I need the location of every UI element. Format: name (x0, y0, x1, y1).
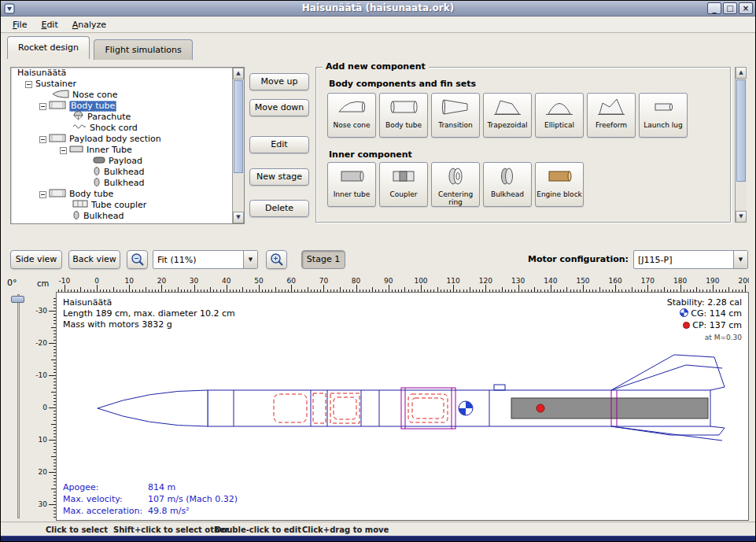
body-tube-icon (49, 101, 66, 112)
nose-cone-outline[interactable] (98, 390, 208, 426)
rocket-figure-canvas[interactable]: Haisunäätä Length 189 cm, max. diameter … (56, 292, 749, 521)
nose-cone-icon (52, 90, 69, 101)
tab-flight-simulations[interactable]: Flight simulations (94, 39, 192, 60)
mach-condition: at M=0.30 (667, 332, 742, 343)
body-components-label: Body components and fin sets (329, 79, 476, 89)
titlebar[interactable]: Haisunäätä (haisunaata.ork) _ □ × (1, 1, 755, 17)
close-button[interactable]: × (739, 2, 753, 14)
add-nose-cone-button[interactable]: Nose cone (327, 93, 376, 138)
rotation-slider-track[interactable] (17, 294, 20, 518)
trapezoidal-fin-icon (493, 97, 522, 120)
minimize-button[interactable]: _ (707, 2, 721, 14)
zoom-in-icon (270, 259, 284, 269)
launch-lug-outline[interactable] (494, 385, 505, 390)
cp-value: CP: 137 cm (692, 320, 742, 330)
add-inner-tube-button[interactable]: Inner tube (327, 162, 376, 207)
delete-button[interactable]: Delete (249, 200, 309, 217)
parachute-icon (72, 111, 84, 124)
maximize-button[interactable]: □ (723, 2, 737, 14)
add-body-tube-button[interactable]: Body tube (379, 93, 428, 138)
tree-scrollbar[interactable]: ▲ ▼ (232, 68, 244, 223)
add-transition-button[interactable]: Transition (431, 93, 480, 138)
cp-marker-icon (683, 321, 690, 331)
zoom-select[interactable]: Fit (11%) ▼ (153, 250, 258, 269)
bulkhead-icon (93, 178, 101, 190)
edit-button[interactable]: Edit (249, 136, 309, 153)
zoom-in-button[interactable] (266, 250, 287, 269)
shock-cord-icon (72, 123, 87, 134)
rocket-info: Haisunäätä Length 189 cm, max. diameter … (63, 297, 235, 330)
tree-item-rocket[interactable]: Haisunäätä (11, 68, 244, 79)
menubar: File Edit Analyze (1, 17, 755, 33)
add-freeform-fin-button[interactable]: Freeform (587, 93, 636, 138)
tree-item-sustainer[interactable]: Sustainer (11, 79, 244, 90)
tree-item-bulkhead[interactable]: Bulkhead (11, 211, 244, 222)
chevron-down-icon[interactable]: ▼ (243, 251, 257, 268)
zoom-out-button[interactable] (127, 250, 148, 269)
tree-item-shock-cord[interactable]: Shock cord (11, 123, 244, 134)
chevron-down-icon[interactable]: ▼ (733, 251, 747, 268)
menu-item-edit[interactable]: Edit (34, 17, 65, 32)
tree-item-tube-coupler[interactable]: Tube coupler (11, 200, 244, 211)
rocket-name: Haisunäätä (63, 297, 235, 308)
tree-item-parachute[interactable]: Parachute (11, 112, 244, 123)
arrow-down-icon[interactable]: ▼ (736, 211, 747, 223)
add-launch-lug-button[interactable]: Launch lug (639, 93, 688, 138)
arrow-down-icon[interactable]: ▼ (233, 212, 244, 223)
menu-item-analyze[interactable]: Analyze (65, 17, 113, 32)
tab-bar: Rocket design Flight simulations (7, 36, 194, 58)
move-down-button[interactable]: Move down (249, 99, 309, 116)
arrow-up-icon[interactable]: ▲ (233, 68, 244, 79)
tree-item-inner-tube[interactable]: Inner Tube (11, 145, 244, 156)
max-velocity-value: 107 m/s (Mach 0.32) (148, 493, 238, 505)
motor-configuration-label: Motor configuration: (473, 254, 629, 264)
collapse-icon[interactable] (25, 81, 32, 88)
tab-rocket-design[interactable]: Rocket design (7, 36, 90, 59)
add-engine-block-button[interactable]: Engine block (535, 162, 584, 207)
stability-value: Stability: 2.28 cal (667, 297, 742, 308)
add-bulkhead-button[interactable]: Bulkhead (483, 162, 532, 207)
horizontal-ruler: -100102030405060708090100110120130140150… (56, 276, 749, 292)
collapse-icon[interactable] (60, 147, 67, 154)
tree-item-nose-cone[interactable]: Nose cone (11, 90, 244, 101)
tree-item-payload-body-section[interactable]: Payload body section (11, 134, 244, 145)
tree-item-body-tube[interactable]: Body tube (11, 101, 244, 112)
scrollbar-thumb[interactable] (234, 80, 243, 173)
rotation-value: 0° (7, 278, 17, 288)
menu-item-file[interactable]: File (6, 17, 34, 32)
add-panel-scrollbar[interactable]: ▲ ▼ (735, 67, 747, 223)
add-elliptical-fin-button[interactable]: Elliptical (535, 93, 584, 138)
arrow-up-icon[interactable]: ▲ (736, 67, 747, 79)
collapse-icon[interactable] (39, 191, 46, 198)
new-stage-button[interactable]: New stage (249, 168, 309, 186)
tube-coupler-icon (72, 200, 88, 211)
rotation-slider-thumb[interactable] (11, 296, 24, 303)
tree-item-body-tube-2[interactable]: Body tube (11, 189, 244, 200)
motor-configuration-select[interactable]: [J115-P] ▼ (633, 250, 748, 269)
rocket-dimensions: Length 189 cm, max. diameter 10.2 cm (63, 308, 235, 319)
collapse-icon[interactable] (39, 136, 46, 143)
nose-cone-icon (337, 97, 366, 120)
move-up-button[interactable]: Move up (249, 73, 309, 90)
max-acceleration-value: 49.8 m/s² (148, 505, 190, 517)
add-trapezoidal-fin-button[interactable]: Trapezoidal (483, 93, 532, 138)
bulkhead-icon (93, 167, 101, 179)
tree-item-payload[interactable]: Payload (11, 156, 244, 167)
collapse-icon[interactable] (39, 103, 46, 110)
back-view-button[interactable]: Back view (68, 250, 120, 269)
add-coupler-button[interactable]: Coupler (379, 162, 428, 207)
scrollbar-thumb[interactable] (736, 79, 746, 182)
side-view-button[interactable]: Side view (10, 250, 62, 269)
bulkhead-icon (493, 166, 522, 189)
cg-value: CG: 114 cm (691, 308, 742, 319)
body-tube-icon (49, 134, 66, 146)
app-window: Haisunäätä (haisunaata.ork) _ □ × File E… (0, 0, 756, 542)
cg-symbol (459, 401, 473, 415)
stage-1-toggle[interactable]: Stage 1 (301, 250, 345, 269)
component-tree: Haisunäätä Sustainer Nose cone Body tube… (10, 67, 245, 224)
add-centering-ring-button[interactable]: Centering ring (431, 162, 480, 207)
coupler-icon (389, 166, 418, 189)
tree-item-bulkhead[interactable]: Bulkhead (11, 178, 244, 189)
elliptical-fin-icon (545, 97, 573, 120)
tree-item-bulkhead[interactable]: Bulkhead (11, 167, 244, 178)
